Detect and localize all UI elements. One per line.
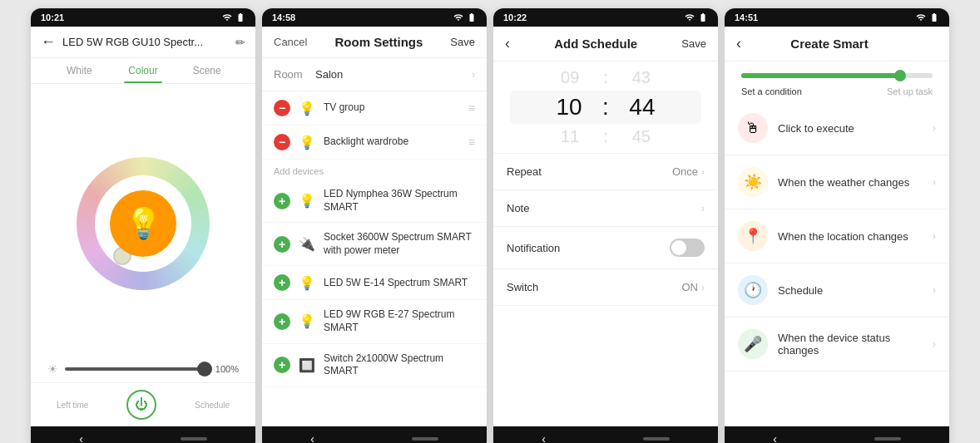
s3-time-picker[interactable]: 09 : 43 10 : 44 11 : 45 bbox=[493, 62, 718, 154]
nav-home-indicator[interactable] bbox=[181, 437, 207, 441]
condition-click-execute[interactable]: 🖱 Click to execute › bbox=[725, 101, 949, 155]
s3-option-notification: Notification bbox=[493, 227, 718, 269]
device-row-add-2: + 💡 LED 5W E-14 Spectrum SMART bbox=[262, 266, 487, 300]
time-minute-faded-bot: 45 bbox=[608, 127, 675, 146]
s1-header: ← LED 5W RGB GU10 Spectr... ✏ bbox=[31, 27, 255, 58]
s3-option-switch[interactable]: Switch ON › bbox=[493, 269, 718, 306]
s1-color-area: 💡 bbox=[31, 84, 255, 362]
note-arrow: › bbox=[701, 203, 705, 214]
device-icon-4: 🔲 bbox=[299, 357, 315, 373]
tab-colour[interactable]: Colour bbox=[111, 58, 176, 83]
time-colon-mid: : bbox=[602, 94, 609, 121]
s3-nav-home[interactable] bbox=[643, 437, 670, 441]
brightness-low-icon: ☀ bbox=[47, 362, 58, 376]
s1-footer: Left time ⏻ Schedule bbox=[31, 382, 255, 426]
add-device-1-button[interactable]: + bbox=[274, 236, 290, 253]
s4-conditions-list: 🖱 Click to execute › ☀️ When the weather… bbox=[725, 101, 949, 426]
condition-arrow-0: › bbox=[933, 122, 936, 134]
s2-room-row[interactable]: Room Salon › bbox=[262, 58, 487, 91]
condition-label-4: When the device status changes bbox=[778, 332, 923, 357]
screen1: 10:21 ← LED 5W RGB GU10 Spectr... ✏ Whit… bbox=[31, 8, 255, 443]
s4-nav-back[interactable]: ‹ bbox=[773, 432, 777, 443]
device-status-icon-wrap: 🎤 bbox=[738, 329, 768, 359]
add-device-4-button[interactable]: + bbox=[274, 357, 290, 373]
weather-icon: ☀️ bbox=[744, 173, 762, 191]
s3-title: Add Schedule bbox=[510, 37, 681, 51]
notification-label: Notification bbox=[507, 242, 670, 254]
wifi-icon bbox=[916, 12, 926, 22]
drag-handle-backlight[interactable]: ≡ bbox=[468, 135, 475, 149]
note-label: Note bbox=[507, 202, 701, 214]
s2-status-icons bbox=[453, 12, 477, 22]
brightness-value: 100% bbox=[215, 364, 239, 374]
brightness-thumb bbox=[197, 362, 212, 377]
s3-option-note[interactable]: Note › bbox=[493, 190, 718, 227]
time-hour-faded-bot: 11 bbox=[537, 127, 603, 146]
s2-device-list: − 💡 TV group ≡ − 💡 Backlight wardrobe ≡ … bbox=[262, 91, 487, 426]
brightness-fill bbox=[65, 367, 201, 371]
s3-header: ‹ Add Schedule Save bbox=[493, 27, 718, 62]
tab-white[interactable]: White bbox=[47, 58, 111, 83]
s2-status-bar: 14:58 bbox=[262, 8, 487, 27]
brightness-row: ☀ 100% bbox=[31, 362, 255, 376]
s2-room-arrow: › bbox=[472, 69, 475, 81]
notification-toggle[interactable] bbox=[670, 239, 705, 257]
condition-arrow-4: › bbox=[933, 338, 936, 350]
s4-progress-bar bbox=[725, 62, 949, 81]
condition-device-status[interactable]: 🎤 When the device status changes › bbox=[725, 317, 949, 372]
condition-label-3: Schedule bbox=[778, 284, 923, 297]
repeat-label: Repeat bbox=[507, 165, 672, 178]
device-name-2: LED 5W E-14 Spectrum SMART bbox=[324, 277, 475, 290]
time-hour-selected: 10 bbox=[536, 94, 602, 121]
nav-back-arrow[interactable]: ‹ bbox=[79, 432, 83, 443]
s3-save-button[interactable]: Save bbox=[681, 37, 706, 50]
s2-nav-back[interactable]: ‹ bbox=[310, 432, 314, 443]
click-execute-icon-wrap: 🖱 bbox=[738, 113, 768, 143]
s2-cancel-button[interactable]: Cancel bbox=[274, 36, 307, 48]
s4-nav-home[interactable] bbox=[874, 437, 901, 441]
add-device-3-button[interactable]: + bbox=[274, 313, 290, 330]
power-button[interactable]: ⏻ bbox=[126, 390, 156, 420]
s2-header: Cancel Room Settings Save bbox=[262, 27, 487, 58]
remove-backlight-button[interactable]: − bbox=[274, 134, 290, 150]
add-device-0-button[interactable]: + bbox=[274, 193, 290, 209]
device-row-backlight: − 💡 Backlight wardrobe ≡ bbox=[262, 126, 487, 160]
device-row-tv-group: − 💡 TV group ≡ bbox=[262, 91, 487, 126]
condition-arrow-3: › bbox=[933, 284, 936, 296]
tab-set-task[interactable]: Set up task bbox=[887, 86, 933, 96]
schedule-button[interactable]: Schedule bbox=[195, 401, 230, 410]
location-icon: 📍 bbox=[744, 227, 762, 245]
add-device-2-button[interactable]: + bbox=[274, 274, 290, 291]
condition-arrow-2: › bbox=[933, 230, 936, 242]
drag-handle-tv-group[interactable]: ≡ bbox=[468, 101, 475, 115]
s1-edit-button[interactable]: ✏ bbox=[235, 36, 245, 49]
left-time-button[interactable]: Left time bbox=[57, 401, 88, 410]
s3-nav-back[interactable]: ‹ bbox=[542, 432, 546, 443]
s1-nav-bar: ‹ bbox=[31, 426, 255, 443]
switch-arrow: › bbox=[701, 282, 705, 293]
s2-nav-home[interactable] bbox=[412, 437, 438, 441]
s4-title: Create Smart bbox=[741, 37, 918, 51]
battery-icon bbox=[698, 12, 708, 22]
s4-tabs-row: Set a condition Set up task bbox=[725, 81, 949, 101]
condition-weather[interactable]: ☀️ When the weather changes › bbox=[725, 155, 949, 209]
s3-option-repeat[interactable]: Repeat Once › bbox=[493, 154, 718, 190]
tab-set-condition[interactable]: Set a condition bbox=[741, 86, 802, 96]
battery-icon bbox=[929, 12, 939, 22]
s1-status-icons bbox=[222, 12, 245, 22]
condition-label-1: When the weather changes bbox=[778, 176, 923, 189]
switch-value: ON bbox=[682, 281, 699, 293]
condition-location[interactable]: 📍 When the location changes › bbox=[725, 209, 949, 263]
tab-scene[interactable]: Scene bbox=[175, 58, 239, 83]
s1-back-button[interactable]: ← bbox=[41, 33, 56, 51]
remove-tv-group-button[interactable]: − bbox=[274, 100, 290, 116]
device-status-icon: 🎤 bbox=[744, 335, 762, 353]
s1-time: 10:21 bbox=[41, 12, 64, 22]
time-minute-selected: 44 bbox=[609, 94, 676, 121]
weather-icon-wrap: ☀️ bbox=[738, 167, 768, 197]
brightness-slider[interactable] bbox=[65, 367, 209, 371]
s2-save-button[interactable]: Save bbox=[450, 36, 475, 48]
color-wheel[interactable]: 💡 bbox=[77, 157, 210, 290]
s2-time: 14:58 bbox=[272, 12, 295, 22]
condition-schedule[interactable]: 🕐 Schedule › bbox=[725, 263, 949, 317]
